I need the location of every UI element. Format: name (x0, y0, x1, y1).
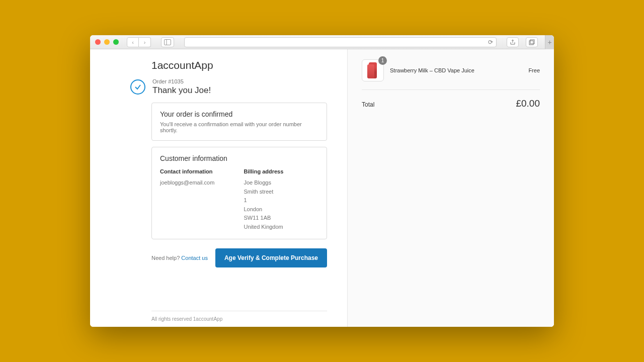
svg-rect-0 (165, 39, 171, 45)
minimize-icon[interactable] (104, 39, 110, 45)
footer-text: All rights reserved 1accountApp (151, 311, 327, 322)
thank-you-heading: Thank you Joe! (152, 85, 211, 96)
billing-num: 1 (244, 197, 247, 203)
share-button[interactable] (507, 37, 519, 47)
forward-button[interactable]: › (139, 37, 151, 47)
quantity-badge: 1 (378, 56, 387, 65)
contact-email: joebloggs@email.com (160, 178, 235, 188)
order-summary: 1 Strawberry Milk – CBD Vape Juice Free … (348, 49, 554, 327)
sidebar-toggle-button[interactable] (161, 37, 174, 47)
tabs-button[interactable] (526, 37, 538, 47)
brand-title: 1accountApp (151, 59, 327, 71)
address-bar[interactable]: ⟳ (184, 37, 497, 47)
billing-postcode: SW11 1AB (244, 215, 271, 221)
total-row: Total £0.00 (362, 98, 540, 109)
svg-rect-2 (529, 41, 533, 45)
billing-country: United Kingdom (244, 224, 283, 230)
maximize-icon[interactable] (113, 39, 119, 45)
billing-heading: Billing address (244, 168, 319, 174)
product-thumbnail: 1 (362, 59, 384, 81)
billing-street: Smith street (244, 189, 274, 195)
line-item: 1 Strawberry Milk – CBD Vape Juice Free (362, 59, 540, 90)
titlebar: ‹ › ⟳ + (90, 35, 554, 49)
close-icon[interactable] (95, 39, 101, 45)
page-content: 1accountApp Order #1035 Thank you Joe! Y… (90, 49, 554, 327)
age-verify-button[interactable]: Age Verify & Complete Purchase (215, 248, 327, 267)
browser-window: ‹ › ⟳ + 1accountApp Order #1035 Th (90, 35, 554, 327)
action-row: Need help? Contact us Age Verify & Compl… (151, 248, 327, 267)
back-button[interactable]: ‹ (127, 37, 139, 47)
total-amount: £0.00 (516, 98, 540, 109)
total-label: Total (362, 101, 374, 108)
new-tab-button[interactable]: + (545, 35, 554, 49)
checkmark-icon (130, 79, 145, 95)
customer-info-card: Customer information Contact information… (151, 147, 327, 239)
window-controls (95, 39, 119, 45)
customer-info-title: Customer information (160, 154, 318, 162)
svg-rect-3 (530, 40, 534, 44)
billing-city: London (244, 206, 263, 212)
confirmation-title: Your order is confirmed (160, 110, 318, 118)
contact-heading: Contact information (160, 168, 235, 174)
reload-icon[interactable]: ⟳ (488, 39, 493, 46)
contact-info: Contact information joebloggs@email.com (160, 168, 235, 232)
contact-us-link[interactable]: Contact us (181, 255, 208, 261)
order-header: Order #1035 Thank you Joe! (130, 78, 327, 96)
order-number: Order #1035 (152, 78, 211, 84)
nav-buttons: ‹ › (127, 37, 151, 47)
product-price: Free (528, 67, 540, 73)
product-name: Strawberry Milk – CBD Vape Juice (390, 67, 522, 73)
confirmation-sub: You'll receive a confirmation email with… (160, 121, 318, 133)
billing-name: Joe Bloggs (244, 179, 271, 186)
checkout-main: 1accountApp Order #1035 Thank you Joe! Y… (90, 49, 348, 327)
confirmation-card: Your order is confirmed You'll receive a… (151, 103, 327, 141)
help-text: Need help? Contact us (151, 255, 208, 261)
billing-info: Billing address Joe Bloggs Smith street … (244, 168, 319, 232)
